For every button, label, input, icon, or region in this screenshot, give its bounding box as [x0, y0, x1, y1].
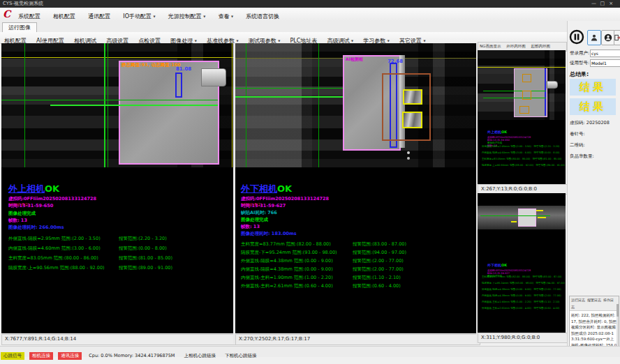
- thumbnail-bottom[interactable]: 外下相机OK 虚拟码:0FFIiim20250208133124728 时间:1…: [478, 193, 566, 333]
- camera-result-ok: OK: [277, 183, 292, 194]
- menu-bar: C 系统配置 相机配置 通讯配置 IO手动配置 ▼ 光源控制配置 ▼ 查看 ▼ …: [0, 8, 620, 22]
- overlay-mark: [536, 210, 543, 211]
- roi-mini-box: [522, 91, 531, 100]
- done-line: 图像处理完成: [8, 211, 36, 217]
- left-camera-image[interactable]: 静态阈值:93, 动态阈值:100 81.08: [1, 43, 233, 167]
- thumb-image-band: [478, 206, 566, 229]
- bright-dot: [407, 157, 410, 160]
- pixel-readout: X:270;Y:2502;R:17;G:17;B:17: [235, 334, 480, 345]
- time-line: 时间:13-31-59-650: [8, 203, 53, 209]
- title-bar: CYS-视觉检测系统 — □ ×: [0, 0, 620, 8]
- minimize-button[interactable]: —: [591, 0, 600, 8]
- defect-highlight-box: [402, 112, 422, 128]
- model-label: 使用型号:: [570, 60, 589, 66]
- measurement-row: 外侧直线-隔膜=4.38mm 范围:(0.00 - 9.00)报警范围:(2.0…: [241, 258, 475, 266]
- login-user-input[interactable]: [590, 50, 620, 57]
- camera-result-title: 外上相机: [8, 183, 45, 194]
- close-button[interactable]: ×: [609, 0, 617, 8]
- result-block-lower: 结果: [570, 98, 616, 115]
- tab-connector-blob: [547, 81, 558, 89]
- thumb-measurements-mini: 主料宽度=83.77mm 范围:(82.00 - 88.00) 报警范围:(83…: [482, 274, 564, 312]
- chevron-down-icon: ▼: [278, 39, 280, 43]
- measurement-row: 隔膜宽度-下=95.24mm 范围:(93.00 - 98.00)报警范围:(9…: [241, 250, 475, 258]
- exit-button[interactable]: [614, 30, 620, 45]
- measurement-row: 外侧直线-主料=2.61mm 范围:(0.60 - 4.00)报警范围:(0.6…: [241, 283, 475, 291]
- tab-start-inner[interactable]: 起部内环图: [531, 44, 550, 48]
- camera-conn-badge: 相机连接: [29, 352, 53, 360]
- result-block-upper: 结果: [570, 79, 616, 96]
- reference-line: [318, 43, 319, 167]
- log-tabs: 运行日志报警日志操作日志: [570, 296, 619, 311]
- measure-line: [483, 98, 546, 98]
- chevron-down-icon: ▼: [231, 15, 233, 18]
- top-camera-heartbeat: 上相机心跳链接: [184, 353, 216, 359]
- chevron-down-icon: ▼: [237, 39, 239, 43]
- measurement-row: 内侧直线-主料=1.90mm 范围:(1.00 - 2.20)报警范围:(1.1…: [241, 275, 475, 283]
- yield-count-label: 良品率数量:: [570, 153, 594, 160]
- login-user-label: 登录用户:: [570, 50, 589, 56]
- threshold-overlay-label: 静态阈值:93, 动态阈值:100: [121, 62, 181, 68]
- tab-ng-display[interactable]: NG画面显示: [480, 44, 501, 48]
- comm-conn-badge: 通讯连接: [58, 352, 82, 360]
- measurement-row: 内侧直线-隔膜=4.38mm 范围:(0.00 - 9.00)报警范围:(2.0…: [241, 266, 475, 275]
- heartbeat-badge: 心跳信号: [1, 352, 24, 360]
- maximize-button[interactable]: □: [600, 0, 609, 8]
- calibration-line: [478, 67, 566, 68]
- log-panel: 运行日志报警日志操作日志 耗时: 222, 拍照检测耗时: 17, 拍照合并耗时…: [569, 296, 619, 350]
- qr-code-label: 二维码:: [570, 142, 585, 149]
- measure-roi-box: [545, 68, 546, 116]
- measurement-row: 主料宽度=83.77mm 范围:(82.00 - 88.00)报警范围:(83.…: [241, 241, 475, 250]
- left-camera-panel[interactable]: 静态阈值:93, 动态阈值:100 81.08 外上相机OK NG输出:B(1)…: [1, 43, 233, 333]
- thumb-measurements-mini: 外侧直线-隔膜=2.95mm 范围:(2.00 - 3.50) 报警范围:(2.…: [482, 144, 564, 169]
- user-icon: [590, 33, 598, 42]
- done-line: 图像处理完成: [241, 217, 268, 223]
- virtual-code-line: 虚拟码:0FFIiim20250208133124728: [8, 196, 96, 202]
- blue-measure-value: 81.08: [176, 66, 191, 72]
- measurement-row: 隔膜宽度-上=90.56mm 范围:(88.00 - 92.00)报警范围:(8…: [8, 265, 232, 275]
- right-sidebar: 登录用户: 使用型号: 总结果: 结果 结果 虚拟码: 20250208 卷针号…: [567, 21, 620, 356]
- pixel-readout: X:7677;Y:891;R:14;G:14;B:14: [1, 334, 237, 345]
- chevron-down-icon: ▼: [203, 15, 205, 18]
- tab-alarm-log[interactable]: 报警日志: [587, 298, 601, 302]
- ai-elapsed-line: 缺陷AI耗时: 766: [241, 210, 277, 216]
- middle-camera-image[interactable]: AI检测框 72.68: [235, 43, 476, 167]
- frame-count-line: 帧数: 13: [241, 224, 260, 230]
- measurement-row: 外侧直线-隔膜=2.95mm 范围:(2.00 - 3.50)报警范围:(2.2…: [8, 236, 232, 245]
- thumb-image: [478, 50, 566, 120]
- measure-line: [483, 91, 546, 91]
- middle-camera-panel[interactable]: AI检测框 72.68 外下相机OK NG输出:B(1) 虚拟码:0FFIiim…: [235, 43, 476, 333]
- virtual-code-line: 虚拟码:0FFIiim20250208133124728: [241, 196, 329, 202]
- model-input[interactable]: [590, 59, 620, 67]
- camera-result-ok: OK: [45, 183, 59, 194]
- measurement-row: 内侧直线-隔膜=4.60mm 范围:(3.00 - 6.00)报警范围:(0.0…: [8, 245, 232, 255]
- elapsed-line: 图像处理耗时: 266.00ms: [8, 225, 64, 231]
- thumbnail-top[interactable]: 外上相机OK 虚拟码:0FFIiim20250208133124728 时间:1…: [478, 50, 566, 184]
- user-login-button[interactable]: [587, 30, 601, 45]
- log-scrollbar[interactable]: [617, 304, 619, 349]
- elapsed-line: 图像处理耗时: 183.00ms: [241, 231, 297, 237]
- bright-dot: [407, 151, 410, 154]
- roi-mini-box: [522, 74, 531, 82]
- chevron-down-icon: ▼: [153, 15, 155, 18]
- chevron-down-icon: ▼: [423, 39, 425, 43]
- measure-line: [1, 100, 218, 100]
- measurement-row: 主料宽度=83.05mm 范围:(80.00 - 86.00)报警范围:(81.…: [8, 255, 232, 265]
- application-window: CYS-视觉检测系统 — □ × C 系统配置 相机配置 通讯配置 IO手动配置…: [0, 0, 620, 364]
- operator-button[interactable]: [601, 30, 615, 45]
- pixel-readout: X:311;Y:980;R:0;G:0;B:0: [478, 333, 570, 343]
- app-logo-icon: C: [3, 8, 10, 20]
- frame-count-line: 帧数: 13: [8, 218, 27, 224]
- operator-icon: [604, 33, 612, 42]
- pause-icon: [569, 29, 584, 45]
- tab-outer-inner[interactable]: 外环内环图: [506, 44, 526, 48]
- middle-measurements: 主料宽度=83.77mm 范围:(82.00 - 88.00)报警范围:(83.…: [241, 241, 475, 291]
- material-roi-box: [518, 208, 536, 227]
- camera-result-title: 外下相机: [241, 183, 277, 194]
- tab-run-image[interactable]: 运行图像: [2, 22, 37, 33]
- tab-run-log[interactable]: 运行日志: [571, 298, 585, 302]
- cpu-memory-readout: Cpu: 0.0% Memory: 3424.41796875M: [89, 353, 175, 358]
- pause-button[interactable]: [569, 29, 584, 45]
- defect-roi-box: [382, 73, 431, 141]
- overlay-mark: [538, 217, 546, 218]
- measure-roi-box: [175, 73, 182, 98]
